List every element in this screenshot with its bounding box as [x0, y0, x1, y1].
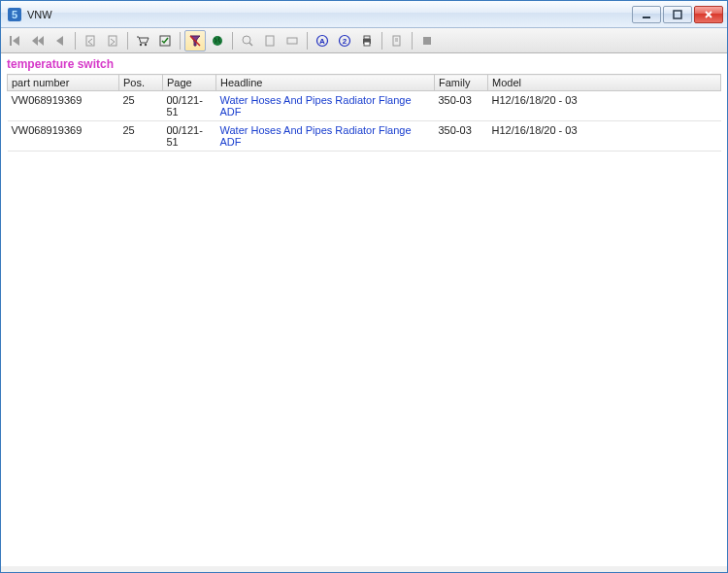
cell-family: 350-03 — [435, 121, 488, 152]
svg-text:A: A — [319, 37, 325, 46]
print-button[interactable] — [356, 30, 378, 51]
svg-point-7 — [140, 43, 142, 45]
marker-2-button[interactable]: 2 — [334, 30, 355, 51]
cell-model: H12/16/18/20 - 03 — [488, 91, 721, 121]
cell-part-number: VW068919369 — [8, 91, 119, 121]
cell-page: 00/121-51 — [163, 121, 216, 152]
svg-rect-4 — [10, 36, 12, 46]
table-header-row: part number Pos. Page Headline Family Mo… — [8, 75, 721, 91]
toolbar-separator — [412, 32, 413, 50]
titlebar: 5 VNW — [1, 1, 727, 28]
zoom-button[interactable] — [237, 30, 258, 51]
table-row[interactable]: VW068919369 25 00/121-51 Water Hoses And… — [8, 91, 721, 121]
page-fit-button[interactable] — [259, 30, 281, 51]
app-window: 5 VNW — [0, 0, 728, 573]
toolbar-separator — [180, 32, 181, 50]
svg-point-8 — [145, 43, 147, 45]
col-header-part-number[interactable]: part number — [8, 75, 119, 91]
col-header-family[interactable]: Family — [435, 75, 488, 91]
svg-rect-26 — [423, 37, 431, 45]
app-icon: 5 — [7, 7, 22, 22]
cell-pos: 25 — [119, 121, 163, 152]
toolbar: A 2 — [1, 28, 727, 53]
svg-point-12 — [243, 36, 250, 44]
col-header-pos[interactable]: Pos. — [119, 75, 163, 91]
checklist-button[interactable] — [154, 30, 176, 51]
svg-text:2: 2 — [343, 37, 347, 46]
stop-button[interactable] — [416, 30, 438, 51]
minimize-button[interactable] — [632, 6, 661, 23]
content-area: temperature switch part number Pos. Page… — [1, 53, 727, 566]
toolbar-separator — [307, 32, 308, 50]
cell-headline-link[interactable]: Water Hoses And Pipes Radiator Flange AD… — [216, 121, 435, 152]
svg-rect-3 — [674, 11, 681, 18]
cell-pos: 25 — [119, 91, 163, 121]
cart-button[interactable] — [132, 30, 153, 51]
toolbar-separator — [75, 32, 76, 50]
svg-rect-15 — [287, 38, 297, 44]
toolbar-separator — [127, 32, 128, 50]
toolbar-separator — [381, 32, 382, 50]
svg-point-11 — [213, 36, 222, 46]
search-term-label: temperature switch — [7, 55, 721, 74]
nav-prev-button[interactable] — [50, 30, 71, 51]
nav-first-button[interactable] — [5, 30, 26, 51]
statusbar — [1, 566, 727, 572]
page-width-button[interactable] — [281, 30, 303, 51]
svg-line-13 — [249, 43, 252, 46]
notes-button[interactable] — [386, 30, 408, 51]
toolbar-separator — [232, 32, 233, 50]
svg-rect-21 — [364, 36, 370, 39]
table-row[interactable]: VW068919369 25 00/121-51 Water Hoses And… — [8, 121, 721, 152]
results-table: part number Pos. Page Headline Family Mo… — [7, 74, 721, 152]
cell-model: H12/16/18/20 - 03 — [488, 121, 721, 152]
marker-a-button[interactable]: A — [312, 30, 333, 51]
svg-rect-14 — [266, 36, 274, 46]
bookmark-next-button[interactable] — [102, 30, 123, 51]
filter-button[interactable] — [184, 30, 206, 51]
window-controls — [632, 6, 723, 23]
col-header-headline[interactable]: Headline — [216, 75, 435, 91]
svg-rect-2 — [643, 17, 650, 18]
cell-page: 00/121-51 — [163, 91, 216, 121]
cell-family: 350-03 — [435, 91, 488, 121]
col-header-page[interactable]: Page — [163, 75, 216, 91]
window-title: VNW — [27, 9, 632, 20]
nav-prev-page-button[interactable] — [27, 30, 49, 51]
cell-headline-link[interactable]: Water Hoses And Pipes Radiator Flange AD… — [216, 91, 435, 121]
cell-part-number: VW068919369 — [8, 121, 119, 152]
col-header-model[interactable]: Model — [488, 75, 721, 91]
svg-rect-22 — [364, 42, 370, 46]
globe-button[interactable] — [207, 30, 228, 51]
close-button[interactable] — [694, 6, 723, 23]
svg-text:5: 5 — [12, 9, 17, 20]
bookmark-prev-button[interactable] — [80, 30, 101, 51]
maximize-button[interactable] — [663, 6, 692, 23]
